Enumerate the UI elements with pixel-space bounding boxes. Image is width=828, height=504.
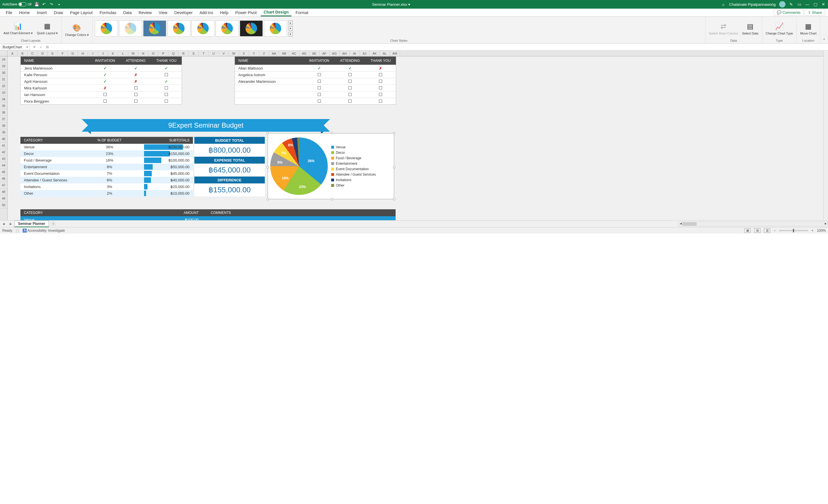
row-header[interactable]: 46: [0, 175, 7, 182]
formula-input[interactable]: [51, 44, 828, 50]
budget-row[interactable]: Entertainment8%฿50,000.00: [20, 164, 193, 170]
add-sheet-button[interactable]: +: [51, 222, 56, 226]
column-header[interactable]: AK: [370, 51, 380, 56]
column-header[interactable]: AG: [329, 51, 339, 56]
sheet-tab[interactable]: Seminar Planner: [14, 220, 49, 227]
macro-recorder-icon[interactable]: ⬚: [16, 228, 19, 233]
column-header[interactable]: AH: [339, 51, 349, 56]
row-header[interactable]: 50: [0, 202, 7, 208]
sheet-nav-prev[interactable]: ◄: [0, 222, 7, 226]
change-chart-type-button[interactable]: 📈Change Chart Type: [764, 21, 794, 36]
column-header[interactable]: T: [199, 51, 209, 56]
tab-addins[interactable]: Add-ins: [197, 9, 216, 16]
tab-insert[interactable]: Insert: [34, 9, 50, 16]
resize-handle[interactable]: [393, 166, 395, 168]
tab-draw[interactable]: Draw: [51, 9, 66, 16]
minimize-icon[interactable]: —: [805, 2, 810, 7]
column-header[interactable]: W: [229, 51, 239, 56]
column-header[interactable]: AL: [380, 51, 390, 56]
column-header[interactable]: AC: [289, 51, 299, 56]
column-header[interactable]: AJ: [360, 51, 370, 56]
column-header[interactable]: AE: [309, 51, 320, 56]
chart-style-7[interactable]: [240, 20, 263, 37]
row-header[interactable]: 44: [0, 162, 7, 169]
guest-row[interactable]: Alexander Martensson: [235, 78, 396, 85]
row-header[interactable]: 49: [0, 195, 7, 202]
tab-chart-design[interactable]: Chart Design: [261, 9, 292, 16]
column-header[interactable]: M: [128, 51, 138, 56]
row-header[interactable]: 39: [0, 129, 7, 136]
column-header[interactable]: V: [219, 51, 229, 56]
sheet-nav-next[interactable]: ►: [7, 222, 14, 226]
row-header[interactable]: 38: [0, 123, 7, 129]
column-header[interactable]: C: [28, 51, 38, 56]
guest-row[interactable]: Jens Martensson✓✓✓: [21, 65, 182, 71]
guest-row[interactable]: Angelica Astrom: [235, 71, 396, 78]
row-header[interactable]: 43: [0, 156, 7, 162]
budget-row[interactable]: Invitations3%฿20,000.00: [20, 183, 193, 190]
tab-view[interactable]: View: [156, 9, 170, 16]
style-expand[interactable]: ▾: [289, 32, 293, 37]
select-all-corner[interactable]: [0, 51, 7, 56]
resize-handle[interactable]: [266, 132, 269, 134]
column-header[interactable]: F: [58, 51, 68, 56]
budget-row[interactable]: Other2%฿10,000.00: [20, 190, 193, 197]
tab-help[interactable]: Help: [217, 9, 231, 16]
column-header[interactable]: AB: [279, 51, 289, 56]
search-icon[interactable]: ⌕: [721, 2, 726, 7]
autosave-toggle[interactable]: AutoSave Off: [2, 2, 31, 6]
tab-format[interactable]: Format: [293, 9, 311, 16]
chart-style-2[interactable]: [119, 20, 142, 37]
row-header[interactable]: 48: [0, 188, 7, 195]
row-header[interactable]: 40: [0, 136, 7, 142]
save-icon[interactable]: 💾: [34, 2, 39, 7]
column-header[interactable]: AD: [299, 51, 309, 56]
user-avatar[interactable]: [779, 1, 785, 7]
chart-style-1[interactable]: [95, 20, 118, 37]
vertical-scrollbar[interactable]: [823, 51, 828, 220]
tab-power-pivot[interactable]: Power Pivot: [232, 9, 260, 16]
column-header[interactable]: Y: [249, 51, 259, 56]
column-header[interactable]: A: [7, 51, 17, 56]
row-header[interactable]: 42: [0, 149, 7, 156]
row-header[interactable]: 36: [0, 109, 7, 116]
tab-developer[interactable]: Developer: [171, 9, 196, 16]
comments-button[interactable]: 💬Comments: [774, 9, 803, 16]
column-header[interactable]: Q: [168, 51, 178, 56]
column-header[interactable]: U: [209, 51, 219, 56]
cell-amount[interactable]: ฿100.00: [144, 218, 207, 220]
column-header[interactable]: K: [108, 51, 118, 56]
zoom-in-button[interactable]: +: [811, 228, 813, 233]
tab-home[interactable]: Home: [16, 9, 33, 16]
quick-layout-button[interactable]: ▦Quick Layout ▾: [36, 21, 59, 36]
resize-handle[interactable]: [266, 166, 269, 168]
chart-style-3[interactable]: [143, 20, 166, 37]
column-header[interactable]: X: [239, 51, 249, 56]
budget-row[interactable]: Food / Beverage16%฿100,000.00: [20, 157, 193, 164]
row-header[interactable]: 34: [0, 96, 7, 102]
qat-dropdown-icon[interactable]: ▾: [57, 2, 61, 7]
column-header[interactable]: S: [189, 51, 199, 56]
tab-file[interactable]: File: [3, 9, 15, 16]
row-header[interactable]: 28: [0, 56, 7, 63]
move-chart-button[interactable]: ▦Move Chart: [799, 21, 818, 36]
column-header[interactable]: P: [158, 51, 168, 56]
undo-icon[interactable]: ↶: [42, 2, 46, 7]
ribbon-mode-icon[interactable]: ▭: [797, 2, 801, 7]
row-header[interactable]: 33: [0, 89, 7, 96]
tab-formulas[interactable]: Formulas: [96, 9, 119, 16]
resize-handle[interactable]: [331, 132, 333, 134]
column-header[interactable]: AF: [320, 51, 329, 56]
budget-row[interactable]: Event Documentation7%฿45,000.00: [20, 170, 193, 177]
column-header[interactable]: AM: [390, 51, 400, 56]
column-header[interactable]: G: [68, 51, 78, 56]
column-header[interactable]: E: [48, 51, 58, 56]
column-header[interactable]: I: [88, 51, 98, 56]
column-header[interactable]: Z: [259, 51, 269, 56]
close-icon[interactable]: ✕: [821, 2, 826, 7]
resize-handle[interactable]: [393, 132, 395, 134]
guest-row[interactable]: [235, 91, 396, 98]
guest-row[interactable]: Kalle Persson✓✗: [21, 71, 182, 78]
column-header[interactable]: H: [78, 51, 88, 56]
guest-row[interactable]: [235, 85, 396, 91]
